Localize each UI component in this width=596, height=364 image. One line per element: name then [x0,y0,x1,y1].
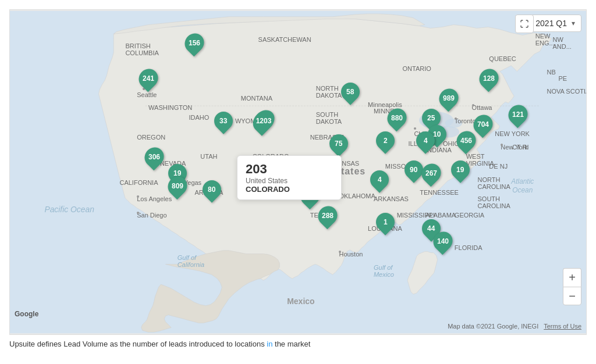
map-pin-p21[interactable]: 90 [405,160,423,179]
quarter-selector[interactable]: 2021 Q1 ▾ [529,15,581,32]
svg-point-3 [445,119,462,128]
tooltip-state: COLORADO [246,185,333,194]
terms-link[interactable]: Terms of Use [544,323,581,330]
footer-text-highlight: in [267,340,272,348]
svg-text:Ocean: Ocean [512,186,533,194]
map-pin-p29[interactable]: 140 [433,232,453,251]
zoom-controls: + − [563,268,581,305]
map-pin-p9[interactable]: 75 [329,134,348,153]
map-pin-p7[interactable]: 809 [168,177,187,195]
map-pin-p24[interactable]: 19 [451,160,470,179]
zoom-out-button[interactable]: − [563,287,581,305]
map-pin-p23[interactable]: 267 [421,164,441,183]
map-pin-p15[interactable]: 704 [473,115,493,134]
map-attribution: Map data ©2021 Google, INEGI Terms of Us… [448,323,581,330]
map-pin-p20[interactable]: 2 [376,131,395,150]
google-logo: Google [15,310,38,318]
svg-text:Atlantic: Atlantic [510,177,534,185]
quarter-label: 2021 Q1 [535,19,567,28]
map-pin-p27[interactable]: 1 [376,213,395,231]
zoom-in-button[interactable]: + [563,268,581,287]
tooltip-number: 203 [246,162,333,177]
map-pin-p14[interactable]: 989 [439,89,459,108]
page-container: Pacific Ocean Atlantic Ocean 2021 Q1 ▾ 1… [0,0,596,364]
footer-text-part2: the market [272,340,310,348]
city-dot-c8 [455,117,457,120]
tooltip-country: United States [246,177,333,185]
map-pin-p2[interactable]: 241 [139,69,158,88]
footer-text-part1: Upsuite defines Lead Volume as the numbe… [9,340,267,348]
map-pin-p1[interactable]: 156 [185,34,204,52]
map-pin-p8[interactable]: 80 [203,180,221,199]
map-pin-p10[interactable]: 58 [341,83,360,101]
map-pin-p4[interactable]: 1203 [252,112,276,130]
map-pin-p17[interactable]: 128 [479,69,499,88]
map-pin-p18[interactable]: 121 [508,105,528,124]
map-pin-p19[interactable]: 4 [416,131,435,150]
map-pin-p22[interactable]: 4 [370,170,389,189]
map-pin-p3[interactable]: 33 [214,112,233,130]
map-pin-p16[interactable]: 456 [456,131,476,150]
google-text: Google [15,310,38,318]
svg-text:Pacific Ocean: Pacific Ocean [44,205,94,214]
map-pin-p5[interactable]: 306 [144,148,164,166]
fullscreen-button[interactable] [515,15,534,33]
map-pin-p26[interactable]: 288 [318,206,338,225]
tooltip-popup: 203 United States COLORADO [237,155,342,200]
footer-text: Upsuite defines Lead Volume as the numbe… [9,340,587,348]
map-area: Pacific Ocean Atlantic Ocean 2021 Q1 ▾ 1… [9,9,587,335]
attribution-text: Map data ©2021 Google, INEGI [448,323,538,330]
chevron-down-icon: ▾ [572,19,575,27]
city-dot-c9 [501,144,503,146]
map-pin-p11[interactable]: 880 [387,109,407,127]
